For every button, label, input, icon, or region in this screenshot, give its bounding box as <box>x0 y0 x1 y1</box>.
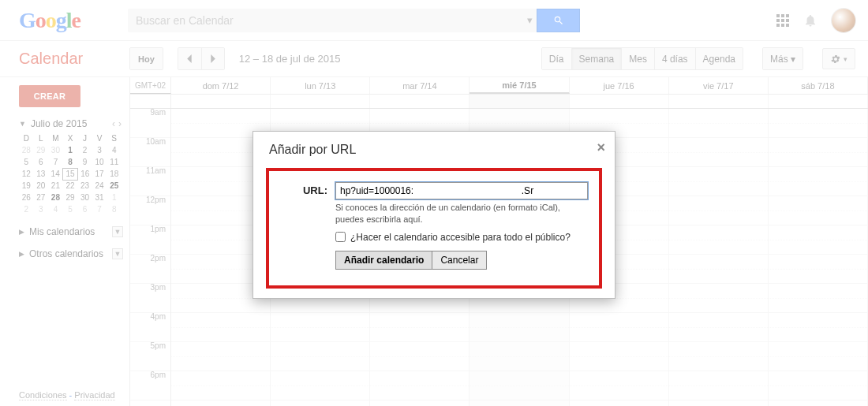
mini-cal-day[interactable]: 2 <box>77 144 92 156</box>
user-avatar[interactable] <box>832 9 855 32</box>
time-label: 9am <box>151 109 166 117</box>
top-bar: Google ▾ <box>0 0 868 41</box>
mini-cal-day[interactable]: 5 <box>19 156 34 168</box>
mini-cal-day[interactable]: 18 <box>107 168 122 180</box>
dialog-close-button[interactable]: × <box>597 140 605 156</box>
mini-cal-day[interactable]: 28 <box>48 192 63 203</box>
mini-cal-day[interactable]: 12 <box>19 168 34 180</box>
day-header[interactable]: mié 7/15 <box>470 77 569 94</box>
time-label: 5pm <box>151 341 166 350</box>
my-calendars-section[interactable]: ▶ Mis calendarios ▼ <box>19 226 123 237</box>
time-label: 4pm <box>151 312 166 321</box>
mini-cal-day[interactable]: 19 <box>19 180 34 192</box>
today-button[interactable]: Hoy <box>130 48 163 69</box>
day-header[interactable]: mar 7/14 <box>370 77 470 94</box>
privacy-link[interactable]: Privacidad <box>74 390 114 400</box>
day-header[interactable]: dom 7/12 <box>171 77 271 94</box>
mini-cal-day[interactable]: 30 <box>48 144 63 156</box>
mini-cal-day[interactable]: 27 <box>34 192 49 203</box>
allday-cell[interactable] <box>669 95 769 108</box>
view-4days-button[interactable]: 4 días <box>654 48 695 69</box>
mini-cal-day[interactable]: 1 <box>107 192 122 203</box>
view-day-button[interactable]: Día <box>542 48 571 69</box>
mini-cal-prev-icon[interactable]: ‹ <box>110 118 117 129</box>
mini-cal-day[interactable]: 29 <box>63 192 78 203</box>
other-calendars-dropdown-icon[interactable]: ▼ <box>112 248 123 259</box>
time-label: 6pm <box>151 371 166 379</box>
search-dropdown-icon[interactable]: ▾ <box>522 9 537 32</box>
mini-cal-day[interactable]: 4 <box>107 144 122 156</box>
make-public-label: ¿Hacer el calendario accesible para todo… <box>350 232 571 243</box>
settings-button[interactable]: ▾ <box>822 48 855 69</box>
mini-cal-day[interactable]: 5 <box>63 203 78 215</box>
my-calendars-dropdown-icon[interactable]: ▼ <box>112 226 123 237</box>
allday-cell[interactable] <box>470 95 569 108</box>
notifications-icon[interactable] <box>803 13 817 28</box>
mini-cal-day[interactable]: 30 <box>77 192 92 203</box>
allday-cell[interactable] <box>171 95 271 108</box>
mini-cal-day[interactable]: 2 <box>19 203 34 215</box>
view-agenda-button[interactable]: Agenda <box>695 48 743 69</box>
mini-cal-day[interactable]: 26 <box>19 192 34 203</box>
day-header[interactable]: sáb 7/18 <box>769 77 868 94</box>
mini-cal-day[interactable]: 1 <box>63 144 78 156</box>
allday-cell[interactable] <box>769 95 868 108</box>
mini-cal-day[interactable]: 13 <box>34 168 49 180</box>
mini-cal-day[interactable]: 7 <box>92 203 107 215</box>
mini-cal-day[interactable]: 11 <box>107 156 122 168</box>
mini-cal-day[interactable]: 3 <box>34 203 49 215</box>
mini-cal-day[interactable]: 23 <box>77 180 92 192</box>
view-month-button[interactable]: Mes <box>621 48 654 69</box>
create-event-button[interactable]: CREAR <box>19 85 80 107</box>
mini-cal-day[interactable]: 16 <box>77 168 92 180</box>
cancel-button[interactable]: Cancelar <box>432 251 487 270</box>
url-input[interactable] <box>335 182 588 199</box>
day-header[interactable]: lun 7/13 <box>271 77 370 94</box>
app-title[interactable]: Calendar <box>19 50 129 68</box>
allday-cell[interactable] <box>370 95 470 108</box>
mini-cal-day[interactable]: 22 <box>63 180 78 192</box>
view-week-button[interactable]: Semana <box>571 48 622 69</box>
mini-cal-day[interactable]: 20 <box>34 180 49 192</box>
next-week-button[interactable] <box>201 48 224 69</box>
mini-cal-day[interactable]: 10 <box>92 156 107 168</box>
make-public-checkbox[interactable] <box>335 232 346 242</box>
view-more-button[interactable]: Más ▾ <box>763 48 803 69</box>
terms-link[interactable]: Condiciones <box>19 390 67 400</box>
mini-cal-day[interactable]: 29 <box>34 144 49 156</box>
allday-cell[interactable] <box>570 95 669 108</box>
mini-cal-day[interactable]: 4 <box>48 203 63 215</box>
day-header[interactable]: jue 7/16 <box>570 77 669 94</box>
collapse-triangle-icon[interactable]: ▼ <box>19 120 26 128</box>
apps-grid-icon[interactable] <box>776 14 789 27</box>
add-calendar-button[interactable]: Añadir calendario <box>335 251 432 270</box>
other-calendars-section[interactable]: ▶ Otros calendarios ▼ <box>19 248 123 259</box>
mini-cal-next-icon[interactable]: › <box>117 118 123 129</box>
sidebar: CREAR ▼ Julio de 2015 ‹ › DLMXJVS 282930… <box>0 77 129 406</box>
mini-cal-day[interactable]: 8 <box>63 156 78 168</box>
mini-cal-day[interactable]: 28 <box>19 144 34 156</box>
prev-week-button[interactable] <box>178 48 201 69</box>
mini-cal-day[interactable]: 25 <box>107 180 122 192</box>
mini-cal-day[interactable]: 3 <box>92 144 107 156</box>
mini-cal-day[interactable]: 9 <box>77 156 92 168</box>
google-logo[interactable]: Google <box>19 8 128 33</box>
mini-cal-day[interactable]: 14 <box>48 168 63 180</box>
mini-cal-day[interactable]: 21 <box>48 180 63 192</box>
mini-cal-day[interactable]: 7 <box>48 156 63 168</box>
day-column[interactable] <box>769 109 868 406</box>
mini-cal-day[interactable]: 8 <box>107 203 122 215</box>
mini-cal-day[interactable]: 6 <box>34 156 49 168</box>
mini-cal-day[interactable]: 24 <box>92 180 107 192</box>
allday-cell[interactable] <box>271 95 370 108</box>
search-button[interactable] <box>537 9 580 32</box>
day-header[interactable]: vie 7/17 <box>669 77 769 94</box>
mini-calendar[interactable]: DLMXJVS 28293012345678910111213141516171… <box>19 132 122 215</box>
mini-cal-day[interactable]: 31 <box>92 192 107 203</box>
day-column[interactable] <box>669 109 769 406</box>
search-input[interactable] <box>128 9 522 32</box>
mini-cal-day[interactable]: 17 <box>92 168 107 180</box>
mini-cal-day[interactable]: 6 <box>77 203 92 215</box>
mini-cal-day[interactable]: 15 <box>63 168 78 180</box>
time-label: 2pm <box>151 254 166 263</box>
